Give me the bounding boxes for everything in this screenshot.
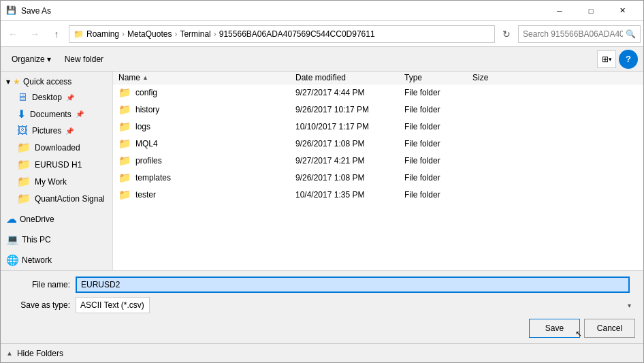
eurusd-icon: 📁: [17, 158, 31, 171]
sidebar-item-eurusd-h1[interactable]: 📁 EURUSD H1: [1, 156, 112, 173]
table-row[interactable]: 📁 history 9/26/2017 10:17 PM File folder: [113, 101, 643, 119]
col-header-type[interactable]: Type: [404, 73, 472, 82]
file-name: 📁 history: [118, 104, 295, 116]
search-icon: 🔍: [626, 29, 636, 39]
file-date: 9/26/2017 10:17 PM: [295, 105, 404, 114]
sidebar-item-documents[interactable]: ⬇ Documents 📌: [1, 106, 112, 123]
file-type: File folder: [404, 173, 472, 183]
table-row[interactable]: 📁 MQL4 9/26/2017 1:08 PM File folder: [113, 136, 643, 153]
crumb-metaquotes: MetaQuotes: [127, 29, 172, 39]
col-header-name[interactable]: Name ▲: [118, 73, 295, 82]
main-content: ▾ ★ Quick access 🖥 Desktop 📌 ⬇ Documents…: [1, 72, 643, 270]
table-row[interactable]: 📁 profiles 9/27/2017 4:21 PM File folder: [113, 153, 643, 170]
quick-access-star-icon: ★: [13, 77, 20, 86]
table-row[interactable]: 📁 logs 10/10/2017 1:17 PM File folder: [113, 119, 643, 136]
save-label: Save: [545, 323, 564, 333]
sidebar-item-onedrive[interactable]: ☁ OneDrive: [1, 210, 112, 228]
file-name: 📁 profiles: [118, 155, 295, 167]
sidebar-item-quantaction[interactable]: 📁 QuantAction Signal: [1, 190, 112, 207]
file-date: 10/4/2017 1:35 PM: [295, 190, 404, 200]
folder-icon: 📁: [118, 104, 131, 116]
savetype-label: Save as type:: [9, 300, 70, 310]
file-type: File folder: [404, 88, 472, 97]
new-folder-button[interactable]: New folder: [59, 50, 109, 68]
cursor-icon: ↖: [575, 329, 582, 338]
back-button[interactable]: ←: [3, 25, 22, 44]
sidebar-header-quick-access[interactable]: ▾ ★ Quick access: [1, 74, 112, 89]
sidebar-item-downloaded[interactable]: 📁 Downloaded: [1, 139, 112, 156]
col-header-size[interactable]: Size: [472, 73, 527, 82]
file-date: 9/26/2017 1:08 PM: [295, 173, 404, 183]
file-list: Name ▲ Date modified Type Size 📁 config: [113, 72, 643, 270]
quantaction-icon: 📁: [17, 192, 31, 205]
refresh-button[interactable]: ↻: [498, 25, 515, 43]
savetype-wrapper: ASCII Text (*.csv) ▾: [76, 297, 635, 313]
file-date: 10/10/2017 1:17 PM: [295, 122, 404, 131]
help-button[interactable]: ?: [619, 50, 638, 69]
sidebar: ▾ ★ Quick access 🖥 Desktop 📌 ⬇ Documents…: [1, 72, 113, 270]
view-chevron: ▾: [609, 56, 612, 63]
hide-folders-row[interactable]: ▲ Hide Folders: [1, 343, 643, 362]
table-row[interactable]: 📁 templates 9/26/2017 1:08 PM File folde…: [113, 170, 643, 187]
breadcrumb: Roaming › MetaQuotes › Terminal › 915566…: [86, 29, 375, 39]
sidebar-item-my-work[interactable]: 📁 My Work: [1, 173, 112, 190]
file-name: 📁 MQL4: [118, 138, 295, 150]
toolbar: Organize ▾ New folder ⊞ ▾ ?: [1, 47, 643, 72]
cancel-button[interactable]: Cancel: [584, 319, 635, 338]
organize-label: Organize: [12, 54, 45, 64]
filename-input[interactable]: [76, 277, 630, 293]
crumb-terminal: Terminal: [180, 29, 210, 39]
documents-icon: ⬇: [17, 108, 26, 121]
savetype-row: Save as type: ASCII Text (*.csv) ▾: [9, 297, 635, 313]
up-button[interactable]: ↑: [47, 25, 66, 44]
file-date: 9/26/2017 1:08 PM: [295, 139, 404, 148]
pin-icon-documents: 📌: [76, 110, 84, 118]
crumb-roaming: Roaming: [86, 29, 119, 39]
select-arrow-icon: ▾: [628, 302, 631, 309]
savetype-select[interactable]: ASCII Text (*.csv): [76, 297, 150, 313]
table-row[interactable]: 📁 config 9/27/2017 4:44 PM File folder: [113, 84, 643, 101]
pictures-label: Pictures: [32, 126, 61, 136]
file-date: 9/27/2017 4:21 PM: [295, 156, 404, 165]
onedrive-icon: ☁: [6, 212, 17, 225]
view-button[interactable]: ⊞ ▾: [597, 50, 616, 68]
network-icon: 🌐: [6, 254, 19, 266]
save-button[interactable]: Save ↖: [529, 319, 580, 338]
file-date: 9/27/2017 4:44 PM: [295, 88, 404, 97]
quantaction-label: QuantAction Signal: [35, 194, 105, 204]
file-name: 📁 logs: [118, 121, 295, 133]
filename-label: File name:: [9, 280, 70, 289]
maximize-button[interactable]: □: [575, 1, 607, 21]
minimize-button[interactable]: ─: [544, 1, 575, 21]
file-list-header: Name ▲ Date modified Type Size: [113, 72, 643, 84]
file-type: File folder: [404, 139, 472, 148]
crumb-hash: 915566BA06ADA407569C544CC0D97611: [219, 29, 375, 39]
file-rows-container: 📁 config 9/27/2017 4:44 PM File folder 📁…: [113, 84, 643, 204]
thispc-label: This PC: [22, 235, 51, 244]
help-label: ?: [626, 54, 631, 64]
file-name: 📁 tester: [118, 189, 295, 201]
quick-access-label: Quick access: [23, 77, 71, 86]
table-row[interactable]: 📁 tester 10/4/2017 1:35 PM File folder: [113, 187, 643, 204]
eurusd-label: EURUSD H1: [35, 160, 82, 170]
address-path[interactable]: 📁 Roaming › MetaQuotes › Terminal › 9155…: [69, 25, 495, 43]
documents-label: Documents: [30, 110, 71, 119]
hide-folders-label: Hide Folders: [17, 349, 63, 358]
sidebar-item-this-pc[interactable]: 💻 This PC: [1, 231, 112, 249]
file-type: File folder: [404, 105, 472, 114]
col-header-date[interactable]: Date modified: [295, 73, 404, 82]
sidebar-item-desktop[interactable]: 🖥 Desktop 📌: [1, 89, 112, 106]
search-box[interactable]: 🔍: [518, 25, 641, 43]
folder-icon: 📁: [118, 138, 131, 150]
organize-button[interactable]: Organize ▾: [6, 50, 57, 68]
sidebar-item-network[interactable]: 🌐 Network: [1, 251, 112, 269]
close-button[interactable]: ✕: [607, 1, 638, 21]
network-label: Network: [22, 255, 52, 265]
forward-button[interactable]: →: [25, 25, 44, 44]
address-bar: ← → ↑ 📁 Roaming › MetaQuotes › Terminal …: [1, 21, 643, 47]
sidebar-item-pictures[interactable]: 🖼 Pictures 📌: [1, 123, 112, 139]
thispc-section: 💻 This PC: [1, 231, 112, 249]
file-type: File folder: [404, 156, 472, 165]
my-work-label: My Work: [35, 177, 67, 187]
search-input[interactable]: [523, 29, 623, 39]
